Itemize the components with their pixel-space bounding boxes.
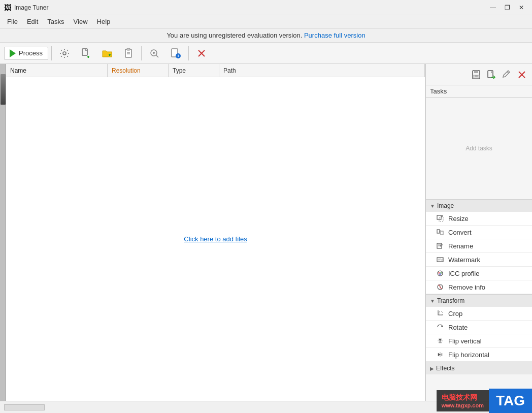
settings-button[interactable] [55,46,74,61]
main-layout: Name Resolution Type Path Click here to … [0,64,532,401]
task-convert[interactable]: Convert [426,226,532,239]
task-crop[interactable]: Crop [426,307,532,321]
task-rename[interactable]: Rename [426,239,532,253]
rename-icon [436,242,444,250]
edit-task-icon [502,70,512,80]
toolbar-separator-1 [51,46,52,60]
flip-horizontal-icon [436,351,444,359]
task-icc[interactable]: ICC profile [426,267,532,280]
svg-line-11 [156,55,158,57]
app-title: Image Tuner [14,4,48,11]
task-watermark[interactable]: WM Watermark [426,253,532,267]
minimize-button[interactable]: — [486,1,500,14]
file-panel: Name Resolution Type Path Click here to … [6,64,425,401]
add-folder-icon [102,48,113,59]
task-remove-info[interactable]: Remove info [426,280,532,294]
tasks-panel: Tasks Add tasks ▼ Image [425,64,532,401]
transform-tasks: Crop Rotate [426,307,532,362]
menu-edit[interactable]: Edit [23,17,42,26]
task-flip-horizontal-label: Flip horizontal [448,351,489,359]
flip-vertical-icon [436,337,444,345]
watermark-icon: WM [436,256,444,264]
preview-button[interactable] [145,46,164,61]
preview-icon [149,48,160,59]
column-headers: Name Resolution Type Path [6,64,425,77]
icc-icon [436,269,444,277]
column-resolution: Resolution [108,64,169,77]
task-convert-label: Convert [448,229,472,236]
play-icon [10,49,16,57]
svg-rect-20 [474,71,478,73]
clipboard-icon [123,48,134,59]
svg-point-12 [153,52,155,54]
resize-icon [436,214,444,223]
export-task-icon [486,70,496,80]
watermark-line1: 电脑技术网 [442,393,477,401]
task-remove-info-label: Remove info [448,283,485,291]
task-crop-label: Crop [448,310,462,317]
task-rotate[interactable]: Rotate [426,321,532,334]
chevron-transform: ▼ [430,298,435,304]
tasks-toolbar [426,64,532,85]
svg-point-16 [178,53,179,54]
task-resize[interactable]: Resize [426,212,532,226]
rotate-icon [436,323,444,331]
chevron-image: ▼ [430,203,435,209]
title-bar-controls: — ❐ ✕ [486,1,528,14]
svg-line-24 [507,72,509,73]
tasks-empty-text: Add tasks [466,145,492,152]
task-delete-button[interactable] [515,68,529,82]
add-folder-button[interactable] [97,46,117,61]
chevron-effects: ▶ [430,366,434,371]
task-watermark-label: Watermark [448,256,480,264]
category-effects[interactable]: ▶ Effects [426,362,532,374]
column-path: Path [219,64,425,77]
thumbnail-strip [1,74,6,105]
add-file-icon [80,48,91,59]
process-button[interactable]: Process [4,47,48,60]
column-type: Type [169,64,219,77]
watermark-line2: www.tagxp.com [442,402,484,408]
task-flip-vertical[interactable]: Flip vertical [426,334,532,348]
menu-file[interactable]: File [3,17,22,26]
task-resize-label: Resize [448,215,469,223]
purchase-link[interactable]: Purchase full version [304,31,365,39]
restore-button[interactable]: ❐ [501,1,514,14]
add-files-area[interactable]: Click here to add files [6,77,425,401]
task-export-button[interactable] [484,68,498,82]
category-image[interactable]: ▼ Image [426,199,532,212]
menu-view[interactable]: View [70,17,92,26]
column-name: Name [6,64,108,77]
toolbar-separator-3 [188,46,189,60]
process-label: Process [19,49,43,57]
menu-help[interactable]: Help [93,17,115,26]
menu-tasks[interactable]: Tasks [43,17,68,26]
info-icon [170,48,181,59]
gear-icon [59,48,70,59]
remove-button[interactable] [192,46,211,61]
category-image-label: Image [437,202,454,209]
title-bar: 🖼 Image Tuner — ❐ ✕ [0,0,532,15]
watermark-overlay: 电脑技术网 www.tagxp.com TAG [437,389,532,413]
svg-rect-29 [437,230,440,233]
image-tasks: Resize Convert [426,212,532,294]
close-button[interactable]: ✕ [515,1,528,14]
category-effects-label: Effects [436,365,454,372]
add-file-button[interactable] [76,46,95,61]
svg-rect-1 [82,49,87,55]
category-transform-label: Transform [437,297,464,304]
file-info-button[interactable] [166,46,185,61]
add-clipboard-button[interactable] [119,46,138,61]
svg-rect-22 [488,71,493,78]
svg-text:WM: WM [438,258,443,261]
category-transform[interactable]: ▼ Transform [426,294,532,307]
svg-point-0 [63,52,66,55]
convert-icon [436,228,444,236]
watermark-text: 电脑技术网 www.tagxp.com [437,390,489,411]
toolbar: Process [0,43,532,64]
save-task-icon [471,70,481,80]
task-save-button[interactable] [469,68,483,82]
task-flip-horizontal[interactable]: Flip horizontal [426,348,532,362]
task-edit-button[interactable] [500,68,514,82]
toolbar-separator-2 [141,46,142,60]
